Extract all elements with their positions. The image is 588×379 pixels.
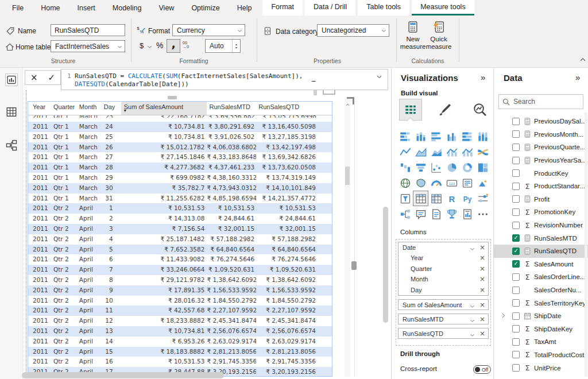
field-item-unitprice[interactable]: ΣUnitPrice: [494, 361, 588, 374]
column-header-quarter[interactable]: Quarter: [52, 102, 78, 115]
map-icon[interactable]: [397, 175, 413, 191]
table-row[interactable]: 2011Qtr 1March25₹ 10,734.81₹ 3,91,026.50…: [28, 132, 332, 142]
visual-resize-handle[interactable]: [168, 96, 177, 99]
report-view-icon[interactable]: [5, 74, 18, 86]
table-row[interactable]: 2011Qtr 2April6₹ 11,433.9082₹ 76,274.564…: [28, 254, 332, 265]
format-select[interactable]: Currency: [172, 24, 245, 36]
field-checkbox[interactable]: [512, 222, 520, 229]
clustered-column-chart-icon[interactable]: [444, 129, 459, 144]
format-visual-icon[interactable]: [437, 103, 452, 118]
column-header-runsalesqtd[interactable]: RunSalesQTD: [256, 102, 332, 115]
field-checkbox[interactable]: [512, 247, 520, 255]
data-category-select[interactable]: Uncategorized: [317, 24, 389, 37]
table-row[interactable]: 2011Qtr 2April4₹ 25,187.1482₹ 57,188.298…: [28, 234, 332, 245]
ribbon-tab-measure-tools[interactable]: Measure tools: [412, 0, 474, 16]
field-checkbox[interactable]: [512, 169, 520, 177]
field-item-salesterritorykey[interactable]: ΣSalesTerritoryKey: [494, 296, 588, 310]
table-row[interactable]: 2011Qtr 1March27₹ 27,145.1846₹ 4,33,183.…: [28, 152, 332, 163]
field-item-previousdaysal[interactable]: PreviousDaySal...: [494, 115, 588, 128]
column-header-sum-of-salesamount[interactable]: Sum of SalesAmount▾: [121, 102, 207, 115]
table-row[interactable]: 2011Qtr 2April11₹ 42,557.68₹ 2,27,107.95…: [28, 305, 332, 316]
ribbon-tab-format[interactable]: Format: [262, 0, 303, 16]
field-item-taxamt[interactable]: ΣTaxAmt: [494, 335, 588, 349]
card-icon[interactable]: 123: [444, 175, 459, 191]
scatter-chart-icon[interactable]: [428, 160, 444, 175]
field-item-productkey[interactable]: ProductKey: [494, 167, 588, 180]
field-checkbox[interactable]: [512, 118, 520, 125]
currency-symbol-button[interactable]: $: [140, 41, 144, 50]
field-checkbox[interactable]: [512, 299, 520, 307]
funnel-chart-icon[interactable]: [413, 160, 428, 175]
kpi-icon[interactable]: [475, 175, 490, 191]
field-checkbox[interactable]: [512, 364, 520, 372]
table-row[interactable]: 2011Qtr 1March30₹ 35,782.7₹ 4,73,943.031…: [28, 183, 332, 194]
key-influencers-icon[interactable]: [475, 191, 490, 206]
field-checkbox[interactable]: [512, 312, 520, 320]
well-field-sum-of-salesamount[interactable]: Sum of SalesAmount×: [398, 299, 489, 310]
ribbon-tab-insert[interactable]: Insert: [69, 0, 104, 16]
field-item-shipdatekey[interactable]: ΣShipDateKey: [494, 323, 588, 336]
paginated-report-icon[interactable]: [459, 206, 475, 222]
field-checkbox[interactable]: [512, 338, 520, 346]
table-row[interactable]: 2011Qtr 2April10₹ 28,016.32₹ 1,84,550.27…: [28, 296, 332, 306]
table-row[interactable]: 2011Qtr 2April5₹ 7,652.3582₹ 64,840.6564…: [28, 245, 332, 255]
table-row[interactable]: 2011Qtr 1March23₹ 22,168.7182₹ 3,69,556.…: [28, 115, 332, 122]
remove-field-icon[interactable]: ×: [479, 328, 485, 339]
line-and-stacked-column-chart-icon[interactable]: [444, 144, 459, 160]
measure-name-input[interactable]: [51, 24, 125, 36]
ribbon-tab-file[interactable]: File: [3, 0, 32, 16]
r-script-visual-icon[interactable]: R: [444, 191, 459, 206]
well-field-date[interactable]: Date×: [399, 242, 488, 253]
table-row[interactable]: 2011Qtr 1March31₹ 11,255.6282₹ 4,85,198.…: [28, 194, 332, 204]
table-row[interactable]: 2011Qtr 2April14₹ 6,953.26₹ 2,63,029.917…: [28, 337, 332, 347]
chevron-down-icon[interactable]: [469, 316, 475, 323]
pie-chart-icon[interactable]: [444, 160, 459, 175]
data-pane-scrollbar[interactable]: [585, 113, 587, 377]
cross-report-toggle[interactable]: Off: [473, 365, 491, 374]
search-input[interactable]: Search: [498, 94, 583, 109]
ribbon-tab-optimize[interactable]: Optimize: [183, 0, 228, 16]
decimal-places-icon[interactable]: 00→0: [183, 41, 189, 49]
field-checkbox[interactable]: [512, 325, 520, 332]
100-stacked-bar-chart-icon[interactable]: [459, 129, 475, 144]
collapse-ribbon-icon[interactable]: [579, 56, 587, 64]
table-row[interactable]: 2011Qtr 2April12₹ 18,233.8882₹ 2,45,341.…: [28, 316, 332, 326]
stacked-column-chart-icon[interactable]: [413, 129, 428, 144]
ribbon-chart-icon[interactable]: [475, 144, 490, 160]
expand-chevron-icon[interactable]: [500, 312, 507, 319]
table-row[interactable]: 2011Qtr 2April7₹ 33,246.0664₹ 1,09,520.6…: [28, 265, 332, 275]
field-checkbox[interactable]: [512, 287, 520, 294]
field-item-runsalesqtd[interactable]: RunSalesQTD: [494, 245, 588, 258]
stacked-area-chart-icon[interactable]: [428, 144, 444, 160]
table-row[interactable]: 2011Qtr 2April15₹ 18,183.8882₹ 2,81,213.…: [28, 347, 332, 357]
well-field-month[interactable]: Month×: [399, 274, 488, 284]
field-item-profit[interactable]: Profit: [494, 193, 588, 206]
decimal-places-stepper[interactable]: Auto▴▾: [205, 39, 241, 53]
field-item-previousyearsa[interactable]: PreviousYearSa...: [494, 154, 588, 167]
remove-field-icon[interactable]: ×: [479, 242, 485, 253]
matrix-icon[interactable]: [428, 191, 444, 206]
ribbon-tab-data-drill[interactable]: Data / Drill: [305, 0, 355, 16]
multi-row-card-icon[interactable]: [459, 175, 475, 191]
scroll-up-icon[interactable]: [345, 101, 350, 106]
table-row[interactable]: 2011Qtr 1March28₹ 4,277.3682₹ 4,37,461.2…: [28, 163, 332, 173]
line-and-clustered-column-chart-icon[interactable]: [459, 144, 475, 160]
slicer-icon[interactable]: [397, 191, 413, 206]
home-table-select[interactable]: FactInternetSales: [51, 40, 125, 52]
field-item-totalproductcost[interactable]: ΣTotalProductCost: [494, 349, 588, 362]
new-measure-icon[interactable]: [407, 21, 419, 33]
chevron-down-icon[interactable]: [469, 331, 475, 337]
smart-narrative-icon[interactable]: [428, 206, 444, 222]
table-scrollbar-thumb[interactable]: [345, 167, 350, 185]
quick-measure-button[interactable]: Quickmeasure: [421, 36, 456, 51]
field-item-productstandar[interactable]: ΣProductStandar...: [494, 180, 588, 193]
filled-map-icon[interactable]: [413, 175, 428, 191]
table-row[interactable]: 2011Qtr 1March29₹ 699.0982₹ 4,38,160.331…: [28, 173, 332, 183]
column-header-year[interactable]: Year: [28, 102, 52, 115]
canvas-vertical-scrollbar[interactable]: [383, 207, 388, 323]
remove-field-icon[interactable]: ×: [479, 274, 485, 284]
stepper-arrows-icon[interactable]: ▴▾: [232, 40, 240, 52]
field-item-promotionkey[interactable]: ΣPromotionKey: [494, 206, 588, 219]
column-header-runsalesmtd[interactable]: RunSalesMTD: [207, 102, 256, 115]
python-visual-icon[interactable]: Py: [459, 191, 475, 206]
